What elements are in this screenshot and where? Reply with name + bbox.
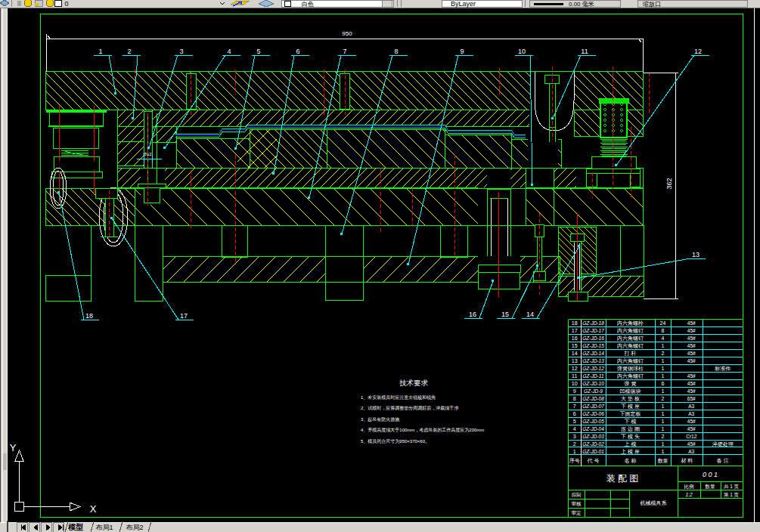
- svg-text:GZ-JD-02: GZ-JD-02: [582, 441, 604, 447]
- svg-text:10: 10: [572, 381, 578, 386]
- svg-text:45#: 45#: [687, 381, 696, 386]
- svg-text:技术要求: 技术要求: [399, 379, 429, 387]
- svg-text:下 模: 下 模: [625, 419, 637, 425]
- svg-text:内六角螺钉: 内六角螺钉: [617, 343, 644, 349]
- svg-text:45#: 45#: [687, 419, 696, 424]
- svg-text:装 配 图: 装 配 图: [606, 473, 639, 484]
- svg-text:GZ-JD-15: GZ-JD-15: [582, 343, 604, 348]
- svg-text:内六角螺钉: 内六角螺钉: [617, 358, 644, 364]
- svg-text:GZ-JD-17: GZ-JD-17: [582, 328, 604, 333]
- svg-text:第 1 页: 第 1 页: [724, 492, 740, 497]
- svg-text:3: 3: [179, 48, 183, 55]
- svg-text:代 号: 代 号: [587, 458, 600, 463]
- svg-text:4、开模高度须大于100mm，考虑吊装的工作高度应为200m: 4、开模高度须大于100mm，考虑吊装的工作高度应为200mm: [361, 427, 484, 433]
- svg-text:45#: 45#: [687, 373, 696, 379]
- svg-text:GZ-JD-07: GZ-JD-07: [582, 404, 604, 409]
- svg-text:45#: 45#: [687, 336, 696, 341]
- svg-text:2: 2: [662, 396, 665, 401]
- svg-text:ByLayer: ByLayer: [451, 0, 476, 8]
- svg-text:下 模 座: 下 模 座: [621, 404, 640, 410]
- svg-text:13: 13: [572, 358, 578, 363]
- svg-text:白色: 白色: [302, 1, 314, 8]
- svg-text:65#: 65#: [687, 396, 696, 401]
- svg-text:1: 1: [662, 358, 665, 363]
- svg-text:内六角螺钉: 内六角螺钉: [617, 373, 644, 379]
- svg-text:标准件: 标准件: [714, 366, 731, 372]
- svg-text:14: 14: [572, 351, 578, 356]
- svg-text:362: 362: [665, 178, 673, 189]
- svg-text:内六角螺钉: 内六角螺钉: [617, 336, 644, 342]
- svg-text:审定: 审定: [572, 510, 582, 516]
- svg-text:上 模: 上 模: [625, 441, 637, 447]
- svg-text:8: 8: [394, 48, 398, 55]
- svg-text:13: 13: [692, 251, 700, 258]
- svg-text:1: 1: [662, 411, 665, 416]
- svg-text:弹簧钢球柱: 弹簧钢球柱: [617, 366, 644, 372]
- svg-text:2: 2: [573, 441, 576, 447]
- svg-text:GZ-JD-14: GZ-JD-14: [582, 351, 604, 356]
- svg-text:12: 12: [572, 366, 578, 371]
- svg-text:Y: Y: [10, 442, 17, 453]
- svg-text:45#: 45#: [687, 343, 696, 348]
- svg-text:1: 1: [662, 373, 665, 379]
- svg-text:1: 1: [662, 449, 665, 454]
- svg-text:GZ-JD-11: GZ-JD-11: [582, 373, 603, 379]
- svg-text:共 1 页: 共 1 页: [724, 484, 740, 490]
- svg-text:GZ-JD-18: GZ-JD-18: [582, 320, 604, 326]
- svg-text:0 0 1: 0 0 1: [703, 471, 718, 478]
- svg-text:A3: A3: [688, 449, 694, 454]
- svg-text:1、未安装模具时应注意去锐棱和锐角: 1、未安装模具时应注意去锐棱和锐角: [361, 394, 436, 401]
- svg-text:材 料: 材 料: [681, 458, 693, 464]
- svg-text:1: 1: [98, 48, 102, 55]
- svg-text:1: 1: [662, 343, 665, 348]
- svg-text:X: X: [90, 503, 97, 515]
- svg-text:8: 8: [662, 328, 665, 333]
- svg-text:GZ-JD-13: GZ-JD-13: [582, 358, 604, 363]
- svg-text:A3: A3: [688, 411, 694, 416]
- svg-text:7: 7: [573, 404, 576, 409]
- svg-text:14: 14: [526, 311, 534, 318]
- svg-text:45#: 45#: [687, 426, 696, 431]
- svg-text:拟制: 拟制: [572, 492, 582, 497]
- svg-text:模型: 模型: [67, 523, 83, 531]
- svg-text:备 注: 备 注: [717, 457, 729, 464]
- svg-text:45#: 45#: [687, 328, 696, 333]
- svg-text:GZ-JD-16: GZ-JD-16: [582, 336, 604, 341]
- svg-text:布局1: 布局1: [95, 524, 113, 531]
- svg-text:4: 4: [573, 426, 576, 431]
- svg-text:缩放口: 缩放口: [643, 1, 661, 8]
- svg-text:6: 6: [662, 381, 665, 386]
- svg-text:数量: 数量: [705, 484, 716, 489]
- svg-text:18: 18: [85, 312, 93, 320]
- svg-text:0: 0: [64, 0, 68, 8]
- svg-text:GZ-JD-03: GZ-JD-03: [582, 434, 604, 439]
- svg-text:7: 7: [343, 48, 346, 55]
- svg-text:A3: A3: [688, 404, 694, 409]
- svg-text:0.00 毫米: 0.00 毫米: [569, 0, 594, 8]
- svg-text:16: 16: [469, 311, 476, 318]
- svg-text:950: 950: [342, 30, 352, 37]
- svg-text:审核: 审核: [572, 501, 582, 506]
- svg-text:4: 4: [662, 336, 665, 341]
- svg-text:11: 11: [572, 373, 577, 379]
- svg-text:15: 15: [572, 343, 578, 348]
- svg-text:11: 11: [581, 48, 588, 55]
- svg-text:凹模镶块: 凹模镶块: [620, 388, 641, 394]
- svg-text:24: 24: [660, 320, 666, 326]
- svg-text:6: 6: [296, 48, 299, 55]
- svg-text:6: 6: [573, 411, 576, 416]
- svg-text:GZ-JD-10: GZ-JD-10: [582, 381, 604, 386]
- svg-text:2、试模时，应将调整垫分间调好后，冲裁须干净: 2、试模时，应将调整垫分间调好后，冲裁须干净: [361, 405, 458, 411]
- svg-text:1: 1: [662, 388, 665, 394]
- svg-text:比例: 比例: [684, 484, 694, 490]
- svg-text:淬硬处理: 淬硬处理: [712, 441, 734, 447]
- svg-text:45#: 45#: [687, 388, 696, 394]
- svg-text:5: 5: [573, 419, 576, 424]
- svg-text:8: 8: [573, 396, 576, 401]
- svg-text:内六角螺钉: 内六角螺钉: [617, 328, 644, 334]
- svg-text:4: 4: [227, 48, 231, 55]
- svg-text:名 称: 名 称: [625, 458, 637, 464]
- svg-text:15: 15: [501, 311, 509, 318]
- svg-text:1: 1: [662, 419, 665, 424]
- svg-text:3: 3: [573, 434, 576, 439]
